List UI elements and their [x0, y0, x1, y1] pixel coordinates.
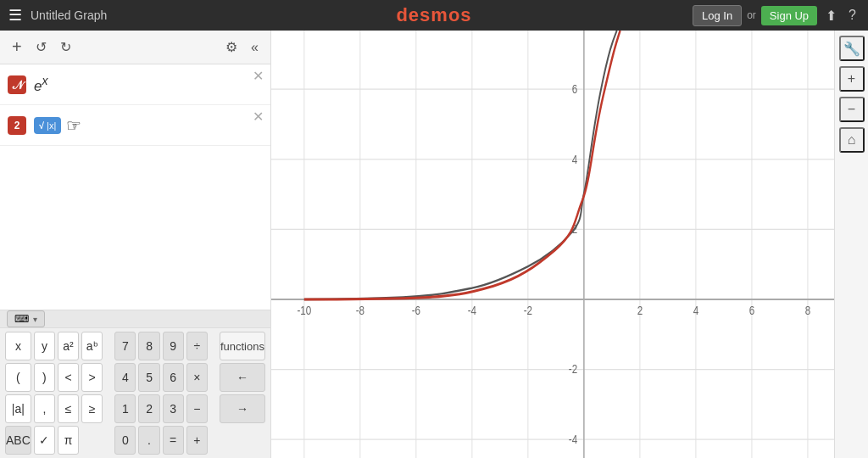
- key-_[interactable]: ): [34, 363, 55, 392]
- graph-tools: 🔧 + − ⌂: [834, 31, 868, 458]
- key-num-7[interactable]: 7: [114, 332, 136, 360]
- svg-text:6: 6: [749, 304, 754, 318]
- svg-text:-4: -4: [468, 304, 476, 318]
- graph-tool-wrench[interactable]: 🔧: [839, 36, 865, 61]
- svg-text:-10: -10: [297, 304, 311, 318]
- share-icon[interactable]: ⬆: [822, 4, 840, 27]
- key-_[interactable]: (: [5, 363, 31, 392]
- key-num-5[interactable]: 5: [138, 363, 159, 392]
- key-_[interactable]: <: [58, 363, 79, 392]
- key-num-1[interactable]: 1: [114, 394, 136, 423]
- key-left-arrow[interactable]: ←: [220, 363, 265, 392]
- graph-panel: -10 -8 -6 -4 -2 2 4 6 8 6 4 2 -2 -4: [271, 31, 868, 458]
- svg-text:2: 2: [637, 304, 643, 318]
- key-num-9[interactable]: 9: [163, 332, 184, 360]
- key-num-÷[interactable]: ÷: [186, 332, 208, 360]
- key-num-3[interactable]: 3: [163, 394, 184, 423]
- undo-button[interactable]: ↺: [32, 37, 50, 57]
- key-num-2[interactable]: 2: [138, 394, 159, 423]
- svg-text:8: 8: [805, 304, 810, 318]
- desmos-logo: desmos: [396, 4, 471, 26]
- svg-text:-4: -4: [569, 433, 577, 447]
- key-_[interactable]: ,: [34, 394, 55, 423]
- key-y[interactable]: y: [34, 332, 55, 360]
- left-toolbar: + ↺ ↻ ⚙ «: [0, 31, 270, 64]
- main: + ↺ ↻ ⚙ « 𝒩 ex ✕ 2: [0, 31, 868, 458]
- key-_[interactable]: ≥: [81, 394, 103, 423]
- right-buttons: Log In or Sign Up ⬆ ?: [693, 4, 860, 27]
- drag-icon-box: √ |x|: [34, 117, 61, 134]
- topbar: ☰ Untitled Graph desmos Log In or Sign U…: [0, 0, 868, 31]
- add-expression-button[interactable]: +: [8, 36, 25, 59]
- key-num-+[interactable]: +: [186, 426, 208, 455]
- key-a_[interactable]: a²: [58, 332, 79, 360]
- expression-drag-preview: √ |x| ☞: [34, 115, 81, 136]
- expression-formula-1[interactable]: ex: [34, 74, 264, 95]
- expression-color-1: 𝒩: [7, 75, 27, 95]
- key-x[interactable]: x: [5, 332, 31, 360]
- expression-item-2[interactable]: 2 √ |x| ☞ ✕: [0, 105, 270, 146]
- svg-text:-6: -6: [412, 304, 420, 318]
- menu-icon[interactable]: ☰: [8, 6, 22, 25]
- app-title: Untitled Graph: [31, 8, 107, 22]
- help-icon[interactable]: ?: [845, 4, 860, 26]
- key-num-.[interactable]: .: [138, 426, 159, 455]
- keypad-toolbar: ⌨ ▾: [0, 310, 270, 328]
- functions-button[interactable]: functions: [220, 332, 265, 360]
- graph-zoom-in[interactable]: +: [839, 66, 865, 92]
- expression-list: 𝒩 ex ✕ 2 √ |x| ☞: [0, 64, 270, 310]
- key-ABC[interactable]: ABC: [5, 426, 31, 455]
- expression-close-1[interactable]: ✕: [253, 70, 264, 83]
- collapse-button[interactable]: «: [248, 38, 262, 57]
- settings-button[interactable]: ⚙: [222, 37, 241, 57]
- expression-color-2: 2: [7, 115, 27, 136]
- graph-zoom-out[interactable]: −: [839, 97, 865, 122]
- left-panel: + ↺ ↻ ⚙ « 𝒩 ex ✕ 2: [0, 31, 271, 458]
- svg-text:-8: -8: [356, 304, 364, 318]
- svg-rect-0: [271, 31, 834, 458]
- signup-button[interactable]: Sign Up: [761, 6, 817, 25]
- cursor-icon: ☞: [66, 115, 81, 136]
- redo-button[interactable]: ↻: [57, 37, 75, 57]
- keypad: ⌨ ▾ xya²aᵇ789÷functions()<>456×←|a|,≤≥12…: [0, 310, 270, 458]
- graph-home[interactable]: ⌂: [839, 127, 865, 153]
- login-button[interactable]: Log In: [693, 5, 742, 26]
- keypad-grid: xya²aᵇ789÷functions()<>456×←|a|,≤≥123−→A…: [0, 328, 270, 458]
- svg-text:-2: -2: [569, 362, 577, 377]
- svg-text:4: 4: [693, 304, 698, 318]
- key-num-=[interactable]: =: [163, 426, 184, 455]
- key-_a_[interactable]: |a|: [5, 394, 31, 423]
- key-num-4[interactable]: 4: [114, 363, 136, 392]
- key-_[interactable]: π: [58, 426, 79, 455]
- key-_[interactable]: >: [81, 363, 103, 392]
- key-num-−[interactable]: −: [186, 394, 208, 423]
- svg-text:6: 6: [572, 82, 577, 97]
- key-num-6[interactable]: 6: [163, 363, 184, 392]
- svg-text:4: 4: [572, 152, 577, 166]
- svg-text:-2: -2: [524, 304, 532, 318]
- key-right-arrow[interactable]: →: [220, 394, 265, 423]
- key-num-×[interactable]: ×: [186, 363, 208, 392]
- expression-close-2[interactable]: ✕: [253, 110, 264, 124]
- key-_[interactable]: ≤: [58, 394, 79, 423]
- key-num-8[interactable]: 8: [138, 332, 159, 360]
- key-num-0[interactable]: 0: [114, 426, 136, 455]
- key-a_[interactable]: aᵇ: [81, 332, 103, 360]
- or-text: or: [747, 9, 756, 21]
- expression-item-1[interactable]: 𝒩 ex ✕: [0, 64, 270, 105]
- graph-svg: -10 -8 -6 -4 -2 2 4 6 8 6 4 2 -2 -4: [271, 31, 834, 458]
- keypad-mode-button[interactable]: ⌨ ▾: [7, 310, 45, 327]
- key-_[interactable]: ✓: [34, 426, 55, 455]
- graph-canvas[interactable]: -10 -8 -6 -4 -2 2 4 6 8 6 4 2 -2 -4: [271, 31, 834, 458]
